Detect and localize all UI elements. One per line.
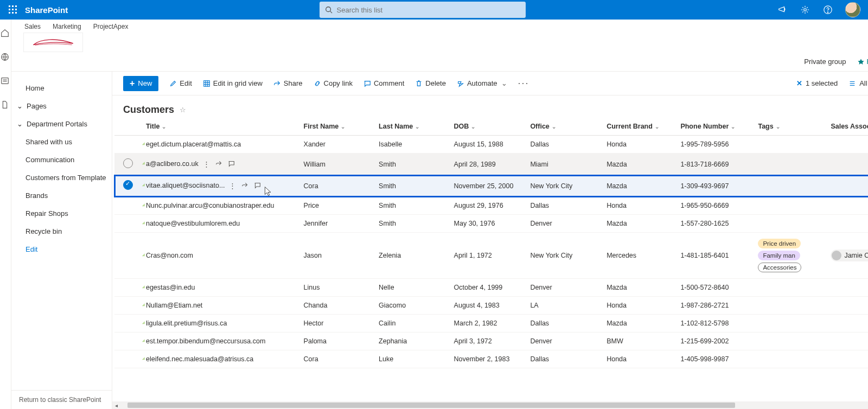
cell-sales-associate — [826, 350, 868, 368]
nav-item-pages[interactable]: ⌄Pages — [11, 97, 112, 115]
comment-button[interactable]: Comment — [363, 79, 404, 87]
copylink-button[interactable]: Copy link — [314, 79, 353, 87]
share-button[interactable]: Share — [273, 79, 303, 87]
row-title[interactable]: Nullam@Etiam.net — [146, 302, 202, 309]
col-header-current-brand[interactable]: Current Brand⌄ — [602, 118, 676, 136]
megaphone-icon[interactable] — [777, 4, 788, 15]
cell-dob: August 29, 1976 — [450, 197, 526, 215]
nav-item-department-portals[interactable]: ⌄Department Portals — [11, 115, 112, 133]
clear-selection-icon[interactable]: ✕ — [796, 79, 802, 87]
site-left-nav: Home⌄Pages⌄Department PortalsShared with… — [11, 72, 112, 409]
h-scrollbar[interactable]: ◂ ▸ — [112, 401, 868, 409]
row-share-icon[interactable] — [241, 182, 248, 190]
row-share-icon[interactable] — [215, 160, 222, 169]
col-header-first-name[interactable]: First Name⌄ — [299, 118, 375, 136]
row-title[interactable]: vitae.aliquet@sociisnato... — [146, 182, 225, 189]
cell-sales-associate — [826, 136, 868, 154]
row-title[interactable]: eget.dictum.placerat@mattis.ca — [146, 140, 241, 148]
user-avatar[interactable] — [845, 2, 860, 17]
edit-button[interactable]: Edit — [169, 79, 192, 87]
globe-icon[interactable] — [0, 52, 11, 63]
site-top-links: Sales Marketing ProjectApex — [24, 23, 868, 30]
cell-office: Dallas — [526, 350, 602, 368]
row-more-icon[interactable]: ⋮ — [229, 182, 236, 190]
table-row[interactable]: Cras@non.comJasonZeleniaApril 1, 1972New… — [114, 233, 868, 279]
nav-item-home[interactable]: Home — [11, 79, 112, 97]
search-box[interactable] — [320, 2, 526, 18]
nav-item-customers-from-template[interactable]: Customers from Template — [11, 169, 112, 187]
command-bar: + New Edit Edit in grid view Share Copy … — [112, 72, 868, 95]
row-more-icon[interactable]: ⋮ — [203, 160, 210, 169]
selection-indicator[interactable]: ✕1 selected — [796, 79, 838, 87]
table-row[interactable]: natoque@vestibulumlorem.eduJenniferSmith… — [114, 215, 868, 233]
news-icon[interactable] — [0, 76, 11, 87]
cell-brand: Honda — [602, 350, 676, 368]
table-row[interactable]: vitae.aliquet@sociisnato...⋮CoraSmithNov… — [114, 175, 868, 197]
table-row[interactable]: eleifend.nec.malesuada@atrisus.caCoraLuk… — [114, 350, 868, 368]
table-row[interactable]: egestas@in.eduLinusNelleOctober 4, 1999D… — [114, 279, 868, 297]
row-title[interactable]: natoque@vestibulumlorem.edu — [146, 220, 240, 227]
nav-item-communication[interactable]: Communication — [11, 151, 112, 169]
table-row[interactable]: a@aclibero.co.uk⋮WilliamSmithApril 28, 1… — [114, 154, 868, 175]
row-comment-icon[interactable] — [228, 160, 235, 169]
person-pill[interactable]: Jamie Crust — [831, 250, 868, 261]
more-commands[interactable]: ··· — [518, 78, 529, 89]
col-header-title[interactable]: Title⌄ — [142, 118, 299, 136]
new-button[interactable]: + New — [123, 76, 158, 91]
chevron-down-icon: ⌄ — [17, 120, 23, 128]
col-header-sales-associate[interactable]: Sales Associate⌄ — [826, 118, 868, 136]
site-logo[interactable] — [23, 33, 83, 52]
svg-rect-1 — [12, 5, 14, 7]
table-row[interactable]: ligula.elit.pretium@risus.caHectorCailin… — [114, 315, 868, 333]
col-header-tags[interactable]: Tags⌄ — [754, 118, 826, 136]
cell-sales-associate — [826, 333, 868, 350]
row-select-icon[interactable] — [123, 158, 133, 168]
settings-icon[interactable] — [800, 4, 810, 15]
site-link-sales[interactable]: Sales — [24, 23, 41, 30]
help-icon[interactable] — [822, 4, 833, 15]
row-title[interactable]: Cras@non.com — [146, 252, 193, 259]
row-title[interactable]: ligula.elit.pretium@risus.ca — [146, 319, 227, 327]
home-icon[interactable] — [0, 28, 11, 39]
col-header-phone-number[interactable]: Phone Number⌄ — [676, 118, 754, 136]
row-title[interactable]: egestas@in.edu — [146, 284, 195, 291]
site-link-marketing[interactable]: Marketing — [53, 23, 81, 30]
nav-item-repair-shops[interactable]: Repair Shops — [11, 204, 112, 222]
tag-pill[interactable]: Price driven — [758, 239, 801, 248]
edit-grid-button[interactable]: Edit in grid view — [203, 79, 263, 87]
following-toggle[interactable]: Following — [857, 57, 868, 66]
list-scroll-region[interactable]: Title⌄First Name⌄Last Name⌄DOB⌄Office⌄Cu… — [112, 118, 868, 401]
table-row[interactable]: est.tempor.bibendum@neccursusa.comPaloma… — [114, 333, 868, 350]
col-header-dob[interactable]: DOB⌄ — [450, 118, 526, 136]
files-icon[interactable] — [0, 100, 11, 111]
search-input[interactable] — [337, 6, 520, 14]
tag-pill[interactable]: Family man — [758, 251, 800, 260]
view-switcher[interactable]: All Items⌄ — [848, 79, 868, 87]
nav-item-brands[interactable]: Brands — [11, 187, 112, 204]
svg-rect-8 — [15, 12, 17, 14]
col-header-last-name[interactable]: Last Name⌄ — [374, 118, 450, 136]
favorite-star-icon[interactable]: ☆ — [180, 106, 186, 114]
col-header-office[interactable]: Office⌄ — [526, 118, 602, 136]
nav-item-recycle-bin[interactable]: Recycle bin — [11, 222, 112, 240]
cell-office: LA — [526, 297, 602, 315]
return-classic-link[interactable]: Return to classic SharePoint — [11, 390, 112, 409]
site-link-projectapex[interactable]: ProjectApex — [93, 23, 129, 30]
table-row[interactable]: Nullam@Etiam.netChandaGiacomoAugust 4, 1… — [114, 297, 868, 315]
row-comment-icon[interactable] — [254, 182, 261, 190]
row-select-checked-icon[interactable] — [123, 180, 133, 190]
row-title[interactable]: a@aclibero.co.uk — [146, 160, 199, 168]
delete-button[interactable]: Delete — [415, 79, 446, 87]
row-title[interactable]: eleifend.nec.malesuada@atrisus.ca — [146, 355, 253, 363]
table-row[interactable]: Nunc.pulvinar.arcu@conubianostraper.eduP… — [114, 197, 868, 215]
nav-item-edit[interactable]: Edit — [11, 240, 112, 258]
table-row[interactable]: eget.dictum.placerat@mattis.caXanderIsab… — [114, 136, 868, 154]
automate-button[interactable]: Automate⌄ — [457, 79, 507, 87]
tag-pill[interactable]: Accessories — [758, 263, 801, 272]
app-launcher[interactable] — [4, 1, 22, 18]
row-title[interactable]: Nunc.pulvinar.arcu@conubianostraper.edu — [146, 202, 274, 209]
svg-rect-7 — [12, 12, 14, 14]
row-title[interactable]: est.tempor.bibendum@neccursusa.com — [146, 337, 265, 345]
brand-label[interactable]: SharePoint — [25, 5, 68, 15]
nav-item-shared-with-us[interactable]: Shared with us — [11, 133, 112, 151]
